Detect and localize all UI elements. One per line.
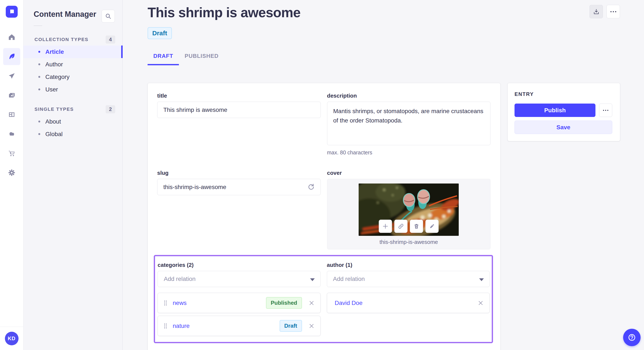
collection-types-label: COLLECTION TYPES (34, 37, 88, 42)
tab-published[interactable]: PUBLISHED (179, 53, 224, 65)
version-tabs: DRAFT PUBLISHED (148, 53, 644, 65)
question-mark-icon (628, 333, 636, 342)
feather-pen-icon (8, 53, 16, 60)
title-input[interactable] (157, 102, 321, 118)
title-field: title (157, 93, 321, 156)
edit-media-button[interactable] (426, 220, 439, 233)
user-avatar[interactable]: KD (5, 332, 18, 345)
content-row: title description Mantis shrimps, or sto… (148, 83, 644, 350)
sidebar-item-label: Article (45, 48, 64, 55)
relations-grid: categories (2) Add relation (158, 262, 490, 336)
single-types-label: SINGLE TYPES (34, 107, 74, 112)
single-types-header: SINGLE TYPES 2 (24, 105, 122, 114)
collection-types-count-badge: 4 (106, 35, 115, 44)
description-field-label: description (327, 93, 491, 99)
home-nav-button[interactable] (3, 29, 20, 46)
form-row-1: title description Mantis shrimps, or sto… (157, 93, 490, 156)
sidebar-item-user[interactable]: User (24, 83, 122, 96)
search-icon (105, 13, 111, 19)
sidebar-item-category[interactable]: Category (24, 71, 122, 83)
delete-media-button[interactable] (410, 220, 423, 233)
remove-relation-david-doe-button[interactable] (477, 299, 484, 307)
deploy-nav-button[interactable] (3, 126, 20, 143)
relation-status-badge-published: Published (266, 297, 302, 309)
close-icon (309, 300, 314, 306)
remove-relation-nature-button[interactable] (308, 322, 315, 330)
author-field-label: author (1) (327, 262, 490, 268)
sidebar-item-global[interactable]: Global (24, 128, 122, 140)
relation-link-news[interactable]: news (173, 300, 186, 306)
cover-actions (379, 220, 439, 233)
search-button[interactable] (102, 10, 115, 22)
publish-button[interactable]: Publish (514, 104, 596, 117)
trash-icon (414, 223, 420, 229)
sidebar-item-article[interactable]: Article (24, 45, 122, 58)
content-manager-nav-button[interactable] (3, 48, 20, 65)
author-add-relation-select[interactable]: Add relation (327, 271, 490, 287)
slug-input-wrap (157, 179, 321, 195)
download-icon (593, 8, 600, 15)
categories-add-relation-select[interactable]: Add relation (158, 271, 320, 287)
content-manager-subnav: Content Manager COLLECTION TYPES 4 Artic… (24, 0, 123, 350)
main-nav-rail: KD (0, 0, 24, 350)
relation-item-david-doe: David Doe (327, 293, 490, 313)
tab-draft[interactable]: DRAFT (148, 53, 179, 65)
remove-relation-news-button[interactable] (308, 299, 315, 307)
cover-media-card: this-shrimp-is-awesome (327, 179, 491, 249)
close-icon (309, 323, 314, 329)
sidebar-item-label: Author (45, 61, 63, 68)
entry-more-options-button[interactable] (599, 104, 612, 117)
media-library-nav-button[interactable] (3, 87, 20, 104)
slug-field-label: slug (157, 170, 321, 176)
settings-nav-button[interactable] (3, 164, 20, 181)
copy-link-button[interactable] (394, 220, 408, 233)
import-export-button[interactable] (590, 5, 603, 18)
sidebar-item-about[interactable]: About (24, 115, 122, 128)
slug-input[interactable] (157, 179, 321, 195)
author-field: author (1) Add relation David Doe (327, 262, 490, 336)
home-icon (8, 33, 16, 41)
marketplace-nav-button[interactable] (3, 145, 20, 162)
bullet-icon (38, 63, 40, 65)
cloud-icon (8, 130, 16, 138)
help-button[interactable] (623, 329, 640, 346)
header-actions (590, 5, 620, 18)
link-icon (398, 223, 404, 229)
relation-status-badge-draft: Draft (280, 320, 302, 332)
entry-actions-row: Publish (514, 104, 612, 117)
images-icon (8, 91, 16, 99)
rail-nav (0, 29, 23, 181)
plus-icon (382, 223, 388, 229)
gear-icon (8, 169, 16, 176)
relation-link-nature[interactable]: nature (173, 323, 190, 329)
drag-handle-icon[interactable] (163, 322, 168, 330)
subnav-divider (34, 25, 42, 26)
sidebar-item-label: User (45, 86, 58, 93)
save-button[interactable]: Save (514, 121, 612, 134)
header-more-options-button[interactable] (606, 5, 620, 18)
relation-link-david-doe[interactable]: David Doe (335, 300, 363, 306)
regenerate-slug-button[interactable] (306, 182, 316, 192)
categories-select-placeholder: Add relation (164, 276, 196, 282)
collection-types-header: COLLECTION TYPES 4 (24, 35, 122, 44)
chevron-down-icon (479, 278, 484, 281)
ellipsis-icon (610, 11, 616, 12)
drag-handle-icon[interactable] (163, 299, 168, 307)
relation-item-nature: nature Draft (158, 316, 320, 336)
content-type-builder-nav-button[interactable] (3, 106, 20, 123)
add-media-button[interactable] (379, 220, 392, 233)
bullet-icon (38, 51, 40, 53)
strapi-logo[interactable] (6, 6, 18, 18)
collection-types-list: Article Author Category User (24, 45, 122, 96)
strapi-logo-icon (8, 8, 15, 15)
relations-group-highlighted: categories (2) Add relation (154, 255, 493, 343)
bullet-icon (38, 88, 40, 90)
releases-nav-button[interactable] (3, 67, 20, 84)
shopping-cart-icon (8, 150, 16, 157)
edit-form-card: title description Mantis shrimps, or sto… (148, 83, 500, 350)
slug-field: slug (157, 170, 321, 249)
title-field-label: title (157, 93, 321, 99)
rail-footer: KD (0, 327, 23, 350)
sidebar-item-author[interactable]: Author (24, 58, 122, 71)
description-textarea[interactable]: Mantis shrimps, or stomatopods, are mari… (327, 102, 491, 145)
